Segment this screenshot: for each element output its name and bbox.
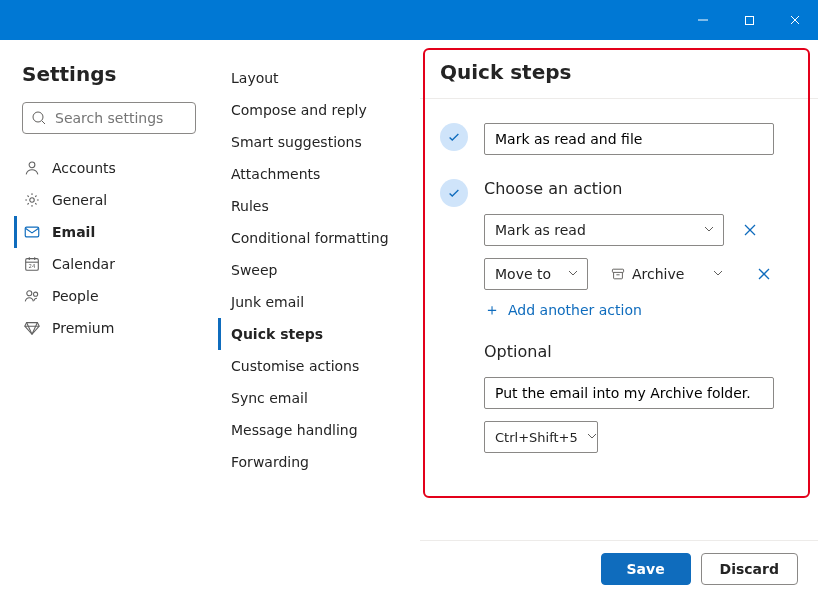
plus-icon: ＋ <box>484 302 500 318</box>
nav-general[interactable]: General <box>14 184 196 216</box>
chevron-down-icon <box>586 429 598 445</box>
people-icon <box>22 286 42 306</box>
settings-search[interactable] <box>22 102 196 134</box>
nav-label: People <box>52 288 99 304</box>
settings-content: Quick steps Choo <box>420 40 818 596</box>
person-icon <box>22 158 42 178</box>
x-icon <box>743 223 757 237</box>
nav-label: Accounts <box>52 160 116 176</box>
page-title: Quick steps <box>440 60 792 84</box>
close-icon <box>789 14 801 26</box>
subnav-quick-steps[interactable]: Quick steps <box>218 318 412 350</box>
svg-point-15 <box>34 292 38 296</box>
subnav-layout[interactable]: Layout <box>218 62 412 94</box>
subnav-conditional-formatting[interactable]: Conditional formatting <box>218 222 412 254</box>
optional-heading: Optional <box>484 342 792 361</box>
nav-people[interactable]: People <box>14 280 196 312</box>
action-2-folder-picker[interactable] <box>712 266 724 282</box>
check-icon <box>447 130 461 144</box>
settings-heading: Settings <box>22 62 196 86</box>
check-icon <box>447 186 461 200</box>
nav-premium[interactable]: Premium <box>14 312 196 344</box>
subnav-forwarding[interactable]: Forwarding <box>218 446 412 478</box>
dialog-footer: Save Discard <box>420 540 818 596</box>
window-close-button[interactable] <box>772 0 818 40</box>
step-complete-badge <box>440 179 468 207</box>
svg-line-5 <box>42 121 45 124</box>
action-2-folder-label: Archive <box>610 266 684 282</box>
subnav-smart-suggestions[interactable]: Smart suggestions <box>218 126 412 158</box>
subnav-attachments[interactable]: Attachments <box>218 158 412 190</box>
diamond-icon <box>22 318 42 338</box>
shortcut-select[interactable]: Ctrl+Shift+5 <box>484 421 598 453</box>
subnav-sync-email[interactable]: Sync email <box>218 382 412 414</box>
svg-point-4 <box>33 112 43 122</box>
description-input[interactable] <box>484 377 774 409</box>
settings-subnav: Layout Compose and reply Smart suggestio… <box>210 40 420 596</box>
nav-email[interactable]: Email <box>14 216 196 248</box>
subnav-message-handling[interactable]: Message handling <box>218 414 412 446</box>
quickstep-name-input[interactable] <box>484 123 774 155</box>
action-2-remove-button[interactable] <box>752 262 776 286</box>
x-icon <box>757 267 771 281</box>
subnav-junk-email[interactable]: Junk email <box>218 286 412 318</box>
nav-label: Calendar <box>52 256 115 272</box>
save-button[interactable]: Save <box>601 553 691 585</box>
nav-label: General <box>52 192 107 208</box>
action-1-select[interactable]: Mark as read <box>484 214 724 246</box>
svg-rect-18 <box>612 269 623 272</box>
subnav-customise-actions[interactable]: Customise actions <box>218 350 412 382</box>
gear-icon <box>22 190 42 210</box>
subnav-compose[interactable]: Compose and reply <box>218 94 412 126</box>
subnav-rules[interactable]: Rules <box>218 190 412 222</box>
svg-point-7 <box>30 198 35 203</box>
nav-label: Premium <box>52 320 114 336</box>
settings-sidebar: Settings Accounts General Email 24 Calen… <box>0 40 210 596</box>
choose-action-section: Choose an action Mark as read <box>440 179 792 318</box>
window-maximize-button[interactable] <box>726 0 772 40</box>
svg-text:24: 24 <box>29 263 36 269</box>
search-icon <box>31 110 47 126</box>
choose-action-heading: Choose an action <box>484 179 792 198</box>
chevron-down-icon <box>703 222 715 238</box>
add-another-action-button[interactable]: ＋ Add another action <box>484 302 792 318</box>
calendar-icon: 24 <box>22 254 42 274</box>
quickstep-name-section <box>440 123 792 155</box>
chevron-down-icon <box>567 266 579 282</box>
mail-icon <box>22 222 42 242</box>
svg-point-6 <box>29 162 35 168</box>
action-2-select[interactable]: Move to <box>484 258 588 290</box>
svg-rect-1 <box>745 16 753 24</box>
search-input[interactable] <box>53 109 231 127</box>
window-minimize-button[interactable] <box>680 0 726 40</box>
svg-point-14 <box>27 291 32 296</box>
nav-label: Email <box>52 224 95 240</box>
nav-calendar[interactable]: 24 Calendar <box>14 248 196 280</box>
nav-accounts[interactable]: Accounts <box>14 152 196 184</box>
minimize-icon <box>697 14 709 26</box>
svg-rect-8 <box>25 227 39 237</box>
archive-icon <box>610 266 626 282</box>
maximize-icon <box>744 15 755 26</box>
step-complete-badge <box>440 123 468 151</box>
optional-section: Optional Ctrl+Shift+5 <box>440 342 792 465</box>
discard-button[interactable]: Discard <box>701 553 798 585</box>
divider <box>420 98 818 99</box>
subnav-sweep[interactable]: Sweep <box>218 254 412 286</box>
action-1-remove-button[interactable] <box>738 218 762 242</box>
window-titlebar <box>0 0 818 40</box>
